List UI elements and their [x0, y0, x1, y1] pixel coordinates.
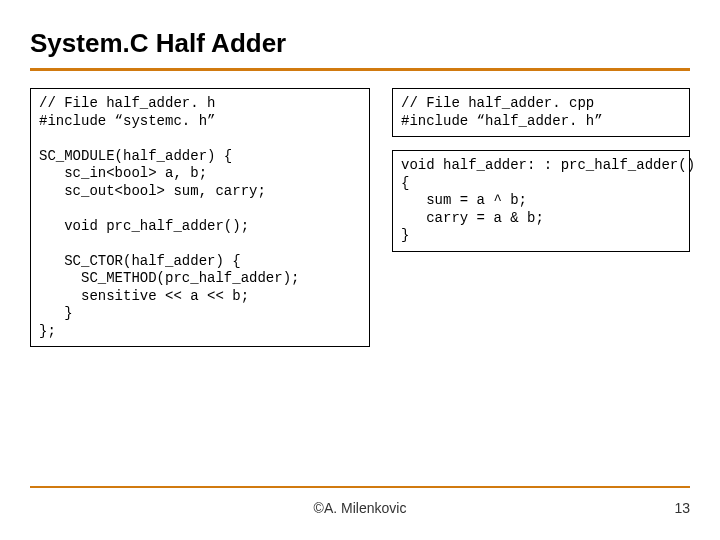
footer-author: ©A. Milenkovic [0, 500, 720, 516]
footer-divider [30, 486, 690, 488]
code-block-cpp-include: // File half_adder. cpp #include “half_a… [392, 88, 690, 137]
code-block-cpp-body: void half_adder: : prc_half_adder() { su… [392, 150, 690, 252]
slide: System.C Half Adder // File half_adder. … [0, 0, 720, 540]
title-underline [30, 68, 690, 71]
footer-page-number: 13 [674, 500, 690, 516]
slide-title: System.C Half Adder [30, 28, 286, 59]
code-block-header-file: // File half_adder. h #include “systemc.… [30, 88, 370, 347]
